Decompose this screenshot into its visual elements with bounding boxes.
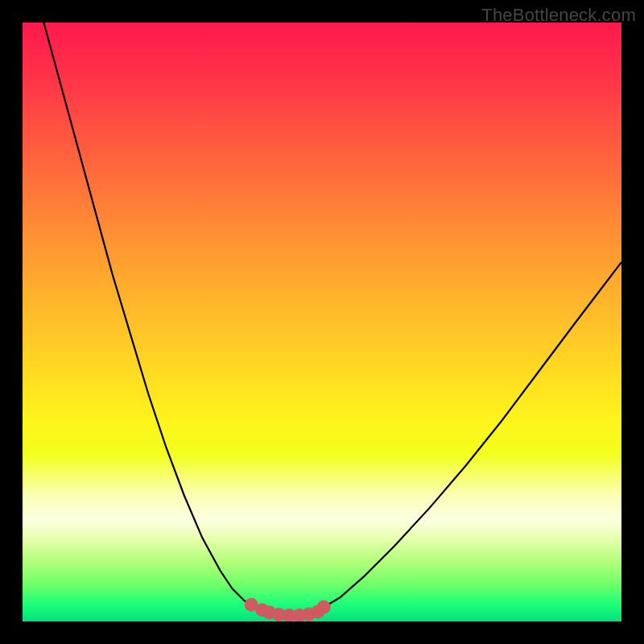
bottleneck-curve xyxy=(23,23,621,616)
plot-area xyxy=(23,23,621,621)
curve-svg xyxy=(23,23,621,621)
marker-dot xyxy=(317,601,331,614)
outer-frame: TheBottleneck.com xyxy=(0,0,644,644)
flat-region-markers xyxy=(245,598,331,621)
